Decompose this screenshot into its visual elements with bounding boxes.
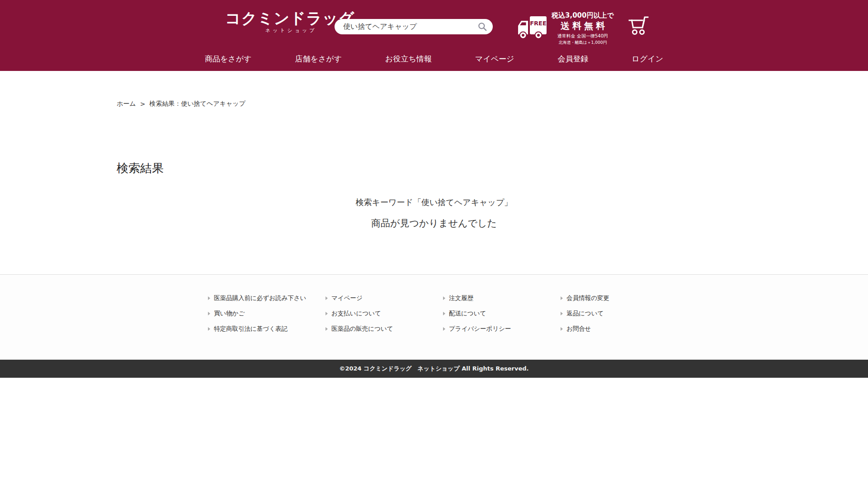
free-shipping-badge: FREE 税込3,000円以上で 送料無料 通常料金 全国一律540円 北海道・…: [517, 11, 614, 46]
arrow-right-icon: [443, 312, 445, 315]
search-icon[interactable]: [478, 22, 487, 31]
nav-item-products[interactable]: 商品をさがす: [205, 50, 252, 68]
arrow-right-icon: [561, 296, 563, 300]
search-box: [335, 19, 493, 34]
footer-column-3: 注文履歴 配送について プライバシーポリシー: [443, 293, 561, 339]
arrow-right-icon: [208, 312, 210, 315]
footer-link-commercial-law[interactable]: 特定商取引法に基づく表記: [208, 324, 326, 334]
site-footer: 医薬品購入前に必ずお読み下さい 買い物かご 特定商取引法に基づく表記 マイページ…: [0, 274, 868, 378]
copyright-bar: ©2024 コクミンドラッグ ネットショップ All Rights Reserv…: [0, 360, 868, 378]
footer-link-drug-sales[interactable]: 医薬品の販売について: [326, 324, 443, 334]
arrow-right-icon: [561, 327, 563, 331]
breadcrumb-current: 検索結果：使い捨てヘアキャップ: [149, 100, 245, 108]
search-keyword-text: 検索キーワード「使い捨てヘアキャップ」: [0, 197, 868, 208]
main-content: 検索結果 検索キーワード「使い捨てヘアキャップ」 商品が見つかりませんでした: [0, 160, 868, 230]
shipping-free-text: 送料無料: [552, 20, 614, 32]
arrow-right-icon: [208, 327, 210, 331]
footer-column-2: マイページ お支払いについて 医薬品の販売について: [326, 293, 443, 339]
shipping-normal-fee: 通常料金 全国一律540円: [552, 33, 614, 39]
arrow-right-icon: [326, 327, 328, 331]
footer-link-returns[interactable]: 返品について: [561, 308, 678, 319]
footer-link-drug-notice[interactable]: 医薬品購入前に必ずお読み下さい: [208, 293, 326, 303]
arrow-right-icon: [443, 296, 445, 300]
search-input[interactable]: [343, 23, 478, 31]
breadcrumb-separator: >: [140, 100, 146, 108]
footer-link-order-history[interactable]: 注文履歴: [443, 293, 561, 303]
nav-item-register[interactable]: 会員登録: [557, 50, 588, 68]
copyright-text: ©2024 コクミンドラッグ ネットショップ All Rights Reserv…: [339, 365, 528, 372]
shipping-text: 税込3,000円以上で 送料無料 通常料金 全国一律540円 北海道・離島は＋1…: [552, 11, 614, 46]
arrow-right-icon: [326, 312, 328, 315]
truck-icon: FREE: [517, 15, 547, 42]
breadcrumb: ホーム > 検索結果：使い捨てヘアキャップ: [117, 100, 868, 108]
site-header: コクミンドラッグ ネットショップ FREE 税込3,000: [0, 0, 868, 71]
nav-item-useful-info[interactable]: お役立ち情報: [385, 50, 432, 68]
shipping-condition: 税込3,000円以上で: [552, 11, 614, 20]
arrow-right-icon: [326, 296, 328, 300]
truck-free-label: FREE: [530, 20, 547, 27]
footer-link-member-info[interactable]: 会員情報の変更: [561, 293, 678, 303]
footer-links: 医薬品購入前に必ずお読み下さい 買い物かご 特定商取引法に基づく表記 マイページ…: [208, 275, 687, 339]
arrow-right-icon: [443, 327, 445, 331]
main-nav: 商品をさがす 店舗をさがす お役立ち情報 マイページ 会員登録 ログイン: [0, 50, 868, 68]
footer-link-delivery[interactable]: 配送について: [443, 308, 561, 319]
nav-item-stores[interactable]: 店舗をさがす: [295, 50, 342, 68]
footer-link-shopping-cart[interactable]: 買い物かご: [208, 308, 326, 319]
footer-link-contact[interactable]: お問合せ: [561, 324, 678, 334]
page-title: 検索結果: [117, 160, 868, 176]
breadcrumb-home-link[interactable]: ホーム: [117, 100, 136, 108]
arrow-right-icon: [561, 312, 563, 315]
footer-link-payment[interactable]: お支払いについて: [326, 308, 443, 319]
no-results-message: 商品が見つかりませんでした: [0, 217, 868, 230]
cart-icon: [628, 30, 651, 37]
arrow-right-icon: [208, 296, 210, 300]
footer-link-privacy-policy[interactable]: プライバシーポリシー: [443, 324, 561, 334]
nav-item-login[interactable]: ログイン: [632, 50, 663, 68]
nav-item-mypage[interactable]: マイページ: [475, 50, 514, 68]
footer-link-mypage[interactable]: マイページ: [326, 293, 443, 303]
footer-column-1: 医薬品購入前に必ずお読み下さい 買い物かご 特定商取引法に基づく表記: [208, 293, 326, 339]
shipping-remote-fee: 北海道・離島は＋1,000円: [552, 40, 614, 46]
cart-button[interactable]: [628, 15, 651, 37]
footer-column-4: 会員情報の変更 返品について お問合せ: [561, 293, 678, 339]
